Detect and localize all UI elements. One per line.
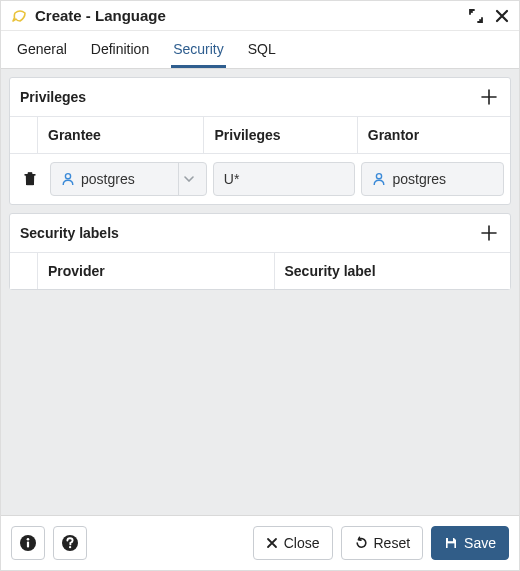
close-label: Close <box>284 535 320 551</box>
title-bar: Create - Language <box>1 1 519 31</box>
svg-rect-0 <box>26 175 34 185</box>
svg-point-3 <box>65 174 70 179</box>
privileges-title: Privileges <box>20 89 86 105</box>
svg-point-9 <box>69 546 71 548</box>
svg-rect-1 <box>25 174 36 176</box>
svg-point-4 <box>377 174 382 179</box>
col-header-grantee: Grantee <box>38 117 204 153</box>
save-button[interactable]: Save <box>431 526 509 560</box>
grantee-value: postgres <box>81 171 168 187</box>
svg-rect-10 <box>448 538 453 541</box>
security-labels-section: Security labels Provider Security label <box>9 213 511 290</box>
tab-bar: General Definition Security SQL <box>1 31 519 69</box>
privileges-row: postgres U* <box>10 153 510 204</box>
privileges-value: U* <box>224 171 345 187</box>
dialog-title: Create - Language <box>35 7 469 24</box>
svg-point-6 <box>27 538 30 541</box>
col-header-security-label: Security label <box>275 253 511 289</box>
svg-rect-11 <box>448 543 455 548</box>
tab-sql[interactable]: SQL <box>246 31 278 68</box>
svg-rect-2 <box>28 172 32 174</box>
language-icon <box>11 9 29 23</box>
privileges-section: Privileges Grantee Privileges Grantor <box>9 77 511 205</box>
grantor-value: postgres <box>392 171 493 187</box>
svg-rect-7 <box>27 542 29 548</box>
col-header-provider: Provider <box>38 253 275 289</box>
tab-definition[interactable]: Definition <box>89 31 151 68</box>
tab-security[interactable]: Security <box>171 31 226 68</box>
user-icon <box>372 172 386 186</box>
close-button[interactable]: Close <box>253 526 333 560</box>
col-header-grantor: Grantor <box>358 117 510 153</box>
body-panel: Privileges Grantee Privileges Grantor <box>1 69 519 515</box>
user-icon <box>61 172 75 186</box>
tab-general[interactable]: General <box>15 31 69 68</box>
chevron-down-icon[interactable] <box>178 163 200 195</box>
footer: Close Reset Save <box>1 515 519 570</box>
close-icon[interactable] <box>495 9 509 23</box>
save-label: Save <box>464 535 496 551</box>
privileges-add-button[interactable] <box>478 86 500 108</box>
reset-button[interactable]: Reset <box>341 526 424 560</box>
col-header-privileges: Privileges <box>204 117 357 153</box>
expand-icon[interactable] <box>469 9 483 23</box>
reset-label: Reset <box>374 535 411 551</box>
help-button[interactable] <box>53 526 87 560</box>
info-button[interactable] <box>11 526 45 560</box>
grantor-field[interactable]: postgres <box>361 162 504 196</box>
delete-row-button[interactable] <box>16 171 44 187</box>
privileges-field[interactable]: U* <box>213 162 356 196</box>
security-labels-add-button[interactable] <box>478 222 500 244</box>
security-labels-title: Security labels <box>20 225 119 241</box>
grantee-select[interactable]: postgres <box>50 162 207 196</box>
